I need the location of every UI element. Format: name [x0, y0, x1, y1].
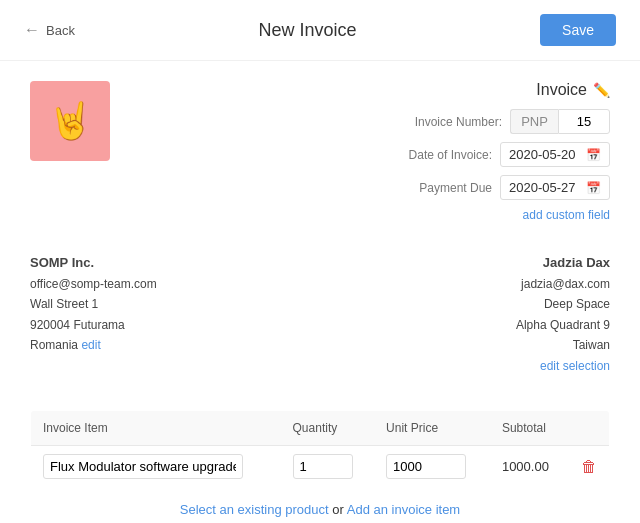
item-input[interactable]	[43, 454, 243, 479]
item-cell	[31, 446, 281, 488]
delete-row-icon[interactable]: 🗑	[581, 458, 597, 475]
col-unit-price: Unit Price	[374, 411, 490, 446]
from-email: office@somp-team.com	[30, 274, 157, 294]
date-of-invoice-row: Date of Invoice: 2020-05-20 📅	[250, 142, 610, 167]
invoice-number-row: Invoice Number:	[250, 109, 610, 134]
invoice-number-prefix[interactable]	[510, 109, 558, 134]
add-invoice-item-link[interactable]: Add an invoice item	[347, 502, 460, 517]
to-contact-name: Jadzia Dax	[516, 252, 610, 274]
back-button[interactable]: ← Back	[24, 21, 75, 39]
to-edit-link[interactable]: edit selection	[540, 359, 610, 373]
from-city: 920004 Futurama	[30, 315, 157, 335]
invoice-number-group	[510, 109, 610, 134]
invoice-number-value[interactable]	[558, 109, 610, 134]
table-header: Invoice Item Quantity Unit Price Subtota…	[31, 411, 610, 446]
payment-due-field[interactable]: 2020-05-27 📅	[500, 175, 610, 200]
page-title: New Invoice	[258, 20, 356, 41]
subtotal-cell: 1000.00	[490, 446, 569, 488]
to-email: jadzia@dax.com	[516, 274, 610, 294]
payment-due-label: Payment Due	[419, 181, 492, 195]
action-row: Select an existing product or Add an inv…	[30, 502, 610, 517]
back-arrow-icon: ←	[24, 21, 40, 39]
date-of-invoice-field[interactable]: 2020-05-20 📅	[500, 142, 610, 167]
col-item: Invoice Item	[31, 411, 281, 446]
from-country-row: Romania edit	[30, 335, 157, 355]
date-of-invoice-label: Date of Invoice:	[409, 148, 492, 162]
invoice-edit-icon[interactable]: ✏️	[593, 82, 610, 98]
add-custom-field[interactable]: add custom field	[250, 208, 610, 222]
logo-emoji: 🤘	[48, 100, 93, 142]
or-separator: or	[329, 502, 347, 517]
to-line1: Deep Space	[516, 294, 610, 314]
from-address: SOMP Inc. office@somp-team.com Wall Stre…	[30, 252, 157, 376]
from-country: Romania	[30, 338, 78, 352]
from-street: Wall Street 1	[30, 294, 157, 314]
quantity-input[interactable]	[293, 454, 353, 479]
top-section: 🤘 Invoice ✏️ Invoice Number: Date of Inv…	[30, 81, 610, 222]
table-row: 1000.00 🗑	[31, 446, 610, 488]
payment-due-row: Payment Due 2020-05-27 📅	[250, 175, 610, 200]
from-edit-link[interactable]: edit	[81, 338, 100, 352]
header: ← Back New Invoice Save	[0, 0, 640, 61]
delete-cell: 🗑	[569, 446, 610, 488]
company-logo[interactable]: 🤘	[30, 81, 110, 161]
quantity-cell	[281, 446, 375, 488]
save-button[interactable]: Save	[540, 14, 616, 46]
invoice-fields: Invoice ✏️ Invoice Number: Date of Invoi…	[250, 81, 610, 222]
unit-price-cell	[374, 446, 490, 488]
invoice-title-row: Invoice ✏️	[250, 81, 610, 99]
to-address: Jadzia Dax jadzia@dax.com Deep Space Alp…	[516, 252, 610, 376]
invoice-number-label: Invoice Number:	[415, 115, 502, 129]
table-body: 1000.00 🗑	[31, 446, 610, 488]
col-quantity: Quantity	[281, 411, 375, 446]
to-line3: Taiwan	[516, 335, 610, 355]
payment-calendar-icon: 📅	[586, 181, 601, 195]
payment-due-value: 2020-05-27	[509, 180, 576, 195]
from-company-name: SOMP Inc.	[30, 252, 157, 274]
calendar-icon: 📅	[586, 148, 601, 162]
date-of-invoice-value: 2020-05-20	[509, 147, 576, 162]
main-content: 🤘 Invoice ✏️ Invoice Number: Date of Inv…	[0, 61, 640, 523]
invoice-section-title: Invoice	[536, 81, 587, 99]
to-line2: Alpha Quadrant 9	[516, 315, 610, 335]
col-subtotal: Subtotal	[490, 411, 569, 446]
invoice-table: Invoice Item Quantity Unit Price Subtota…	[30, 410, 610, 488]
address-section: SOMP Inc. office@somp-team.com Wall Stre…	[30, 242, 610, 386]
unit-price-input[interactable]	[386, 454, 466, 479]
select-existing-product-link[interactable]: Select an existing product	[180, 502, 329, 517]
back-label: Back	[46, 23, 75, 38]
